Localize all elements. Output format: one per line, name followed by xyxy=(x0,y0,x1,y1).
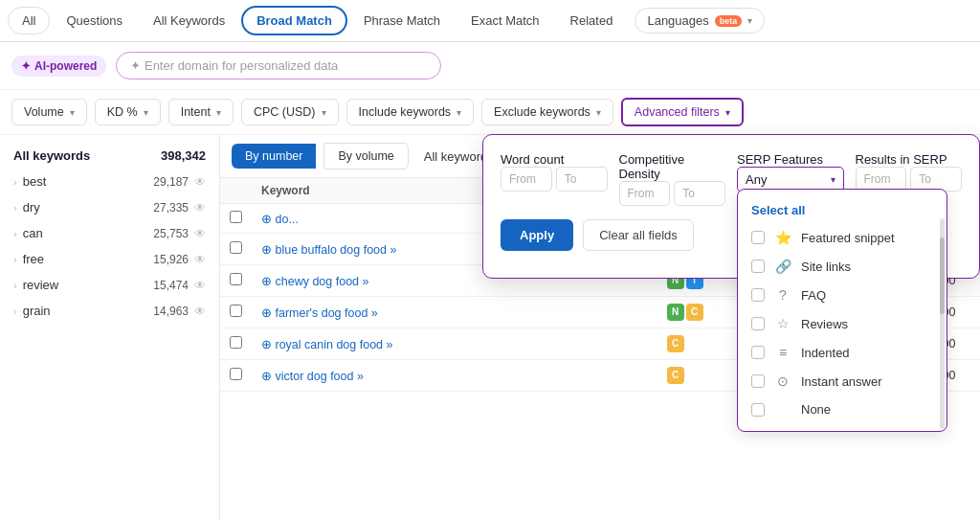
tab-all[interactable]: All xyxy=(8,7,50,34)
domain-input[interactable]: ✦ Enter domain for personalized data xyxy=(116,52,441,79)
sidebar-item-dry[interactable]: › dry 27,335 👁 xyxy=(0,194,219,220)
serp-item-none[interactable]: None xyxy=(738,396,947,423)
results-in-serp-label: Results in SERP xyxy=(856,152,947,167)
advanced-filters-btn[interactable]: Advanced filters ▾ xyxy=(621,98,744,126)
kd-label: KD % xyxy=(107,105,138,119)
tag-c: C xyxy=(686,304,703,321)
exclude-keywords-btn[interactable]: Exclude keywords ▾ xyxy=(481,99,613,125)
comp-density-label: Competitive Density xyxy=(619,152,685,181)
serp-checkbox[interactable] xyxy=(751,288,765,302)
by-number-btn[interactable]: By number xyxy=(232,144,316,169)
eye-icon[interactable]: 👁 xyxy=(194,175,206,189)
keyword-link[interactable]: ⊕ chewy dog food » xyxy=(261,275,368,288)
tab-languages[interactable]: Languages beta ▾ xyxy=(635,8,765,34)
row-checkbox[interactable] xyxy=(230,241,242,254)
featured-snippet-icon: ⭐ xyxy=(774,230,791,245)
languages-label: Languages xyxy=(647,13,708,28)
keyword-link[interactable]: ⊕ royal canin dog food » xyxy=(261,338,392,351)
serp-dropdown: Select all ⭐ Featured snippet 🔗 Site lin… xyxy=(737,189,947,432)
intent-filter-btn[interactable]: Intent ▾ xyxy=(168,99,234,125)
include-keywords-btn[interactable]: Include keywords ▾ xyxy=(346,99,475,125)
tag-c: C xyxy=(667,335,684,352)
tag-c: C xyxy=(667,367,684,384)
sidebar-count: 15,474 xyxy=(153,279,189,292)
serp-select-all[interactable]: Select all xyxy=(738,197,947,223)
row-checkbox[interactable] xyxy=(230,336,242,349)
kd-filter-btn[interactable]: KD % ▾ xyxy=(95,99,161,125)
serp-checkbox[interactable] xyxy=(751,403,765,417)
instant-answer-icon: ⊙ xyxy=(774,373,791,389)
adv-filter-grid: Word count Competitive Density SERP Feat… xyxy=(501,152,962,206)
eye-icon[interactable]: 👁 xyxy=(194,305,206,318)
cpc-filter-btn[interactable]: CPC (USD) ▾ xyxy=(241,99,339,125)
serp-checkbox[interactable] xyxy=(751,374,765,388)
tab-phrase-match[interactable]: Phrase Match xyxy=(349,7,455,34)
chevron-down-icon: ▾ xyxy=(831,174,835,185)
clear-all-button[interactable]: Clear all fields xyxy=(583,219,694,251)
word-count-from[interactable] xyxy=(501,167,552,192)
keyword-link[interactable]: ⊕ blue buffalo dog food » xyxy=(261,243,396,257)
sidebar-item-grain[interactable]: › grain 14,963 👁 xyxy=(0,298,219,324)
cpc-label: CPC (USD) xyxy=(254,105,316,119)
advanced-label: Advanced filters xyxy=(635,105,720,119)
row-checkbox[interactable] xyxy=(230,368,242,380)
keyword-link[interactable]: ⊕ do... xyxy=(261,213,299,226)
left-sidebar: All keywords 398,342 › best 29,187 👁 › d… xyxy=(0,135,220,520)
serp-item-faq[interactable]: ? FAQ xyxy=(738,281,947,309)
keyword-link[interactable]: ⊕ victor dog food » xyxy=(261,370,364,383)
sidebar-item-left: › review xyxy=(13,278,58,292)
serp-item-label: Featured snippet xyxy=(801,231,895,245)
word-count-to[interactable] xyxy=(556,167,608,192)
ai-powered-badge: ✦ AI-powered xyxy=(11,56,106,77)
row-checkbox[interactable] xyxy=(230,211,242,223)
eye-icon[interactable]: 👁 xyxy=(194,279,206,292)
sidebar-item-can[interactable]: › can 25,753 👁 xyxy=(0,220,219,246)
sidebar-item-left: › can xyxy=(13,226,43,240)
serp-checkbox[interactable] xyxy=(751,346,765,359)
eye-icon[interactable]: 👁 xyxy=(194,227,206,240)
eye-icon[interactable]: 👁 xyxy=(194,253,206,266)
comp-density-from[interactable] xyxy=(619,181,671,206)
serp-item-indented[interactable]: ≡ Indented xyxy=(738,338,947,367)
tab-related[interactable]: Related xyxy=(556,7,628,34)
site-links-icon: 🔗 xyxy=(774,259,791,274)
keyword-link[interactable]: ⊕ farmer's dog food » xyxy=(261,306,378,320)
sidebar-item-free[interactable]: › free 15,926 👁 xyxy=(0,246,219,272)
sidebar-count: 14,963 xyxy=(153,305,189,318)
serp-item-label: None xyxy=(801,402,831,417)
sidebar-item-review[interactable]: › review 15,474 👁 xyxy=(0,272,219,298)
tab-broad-match[interactable]: Broad Match xyxy=(241,6,347,35)
tab-questions[interactable]: Questions xyxy=(52,7,137,34)
serp-item-instant-answer[interactable]: ⊙ Instant answer xyxy=(738,367,947,396)
serp-item-featured-snippet[interactable]: ⭐ Featured snippet xyxy=(738,223,947,252)
domain-placeholder: ✦ Enter domain for personalized data xyxy=(130,58,338,73)
serp-checkbox[interactable] xyxy=(751,231,765,244)
serp-checkbox[interactable] xyxy=(751,260,765,273)
word-count-label: Word count xyxy=(501,152,564,167)
sidebar-count: 25,753 xyxy=(153,227,189,240)
sidebar-item-left: › grain xyxy=(13,304,51,318)
eye-icon[interactable]: 👁 xyxy=(194,201,206,215)
row-checkbox[interactable] xyxy=(230,305,242,317)
serp-item-reviews[interactable]: ☆ Reviews xyxy=(738,309,947,338)
tab-all-keywords[interactable]: All Keywords xyxy=(139,7,239,34)
tab-exact-match[interactable]: Exact Match xyxy=(457,7,554,34)
apply-button[interactable]: Apply xyxy=(501,219,573,251)
serp-item-site-links[interactable]: 🔗 Site links xyxy=(738,252,947,281)
serp-checkbox[interactable] xyxy=(751,317,765,330)
sidebar-count: 29,187 xyxy=(153,175,189,189)
by-volume-btn[interactable]: By volume xyxy=(323,143,408,170)
row-checkbox[interactable] xyxy=(230,273,242,285)
faq-icon: ? xyxy=(774,287,791,303)
scrollbar[interactable] xyxy=(940,218,945,429)
volume-filter-btn[interactable]: Volume ▾ xyxy=(11,99,87,125)
indented-icon: ≡ xyxy=(774,345,791,360)
exclude-label: Exclude keywords xyxy=(494,105,590,119)
sidebar-keyword: free xyxy=(23,252,44,266)
sidebar-item-best[interactable]: › best 29,187 👁 xyxy=(0,169,219,194)
col-checkbox xyxy=(220,178,252,204)
serp-item-label: Indented xyxy=(801,346,850,360)
sidebar-keyword: best xyxy=(23,174,47,189)
chevron-down-icon: ▾ xyxy=(596,107,601,118)
comp-density-to[interactable] xyxy=(674,181,725,206)
